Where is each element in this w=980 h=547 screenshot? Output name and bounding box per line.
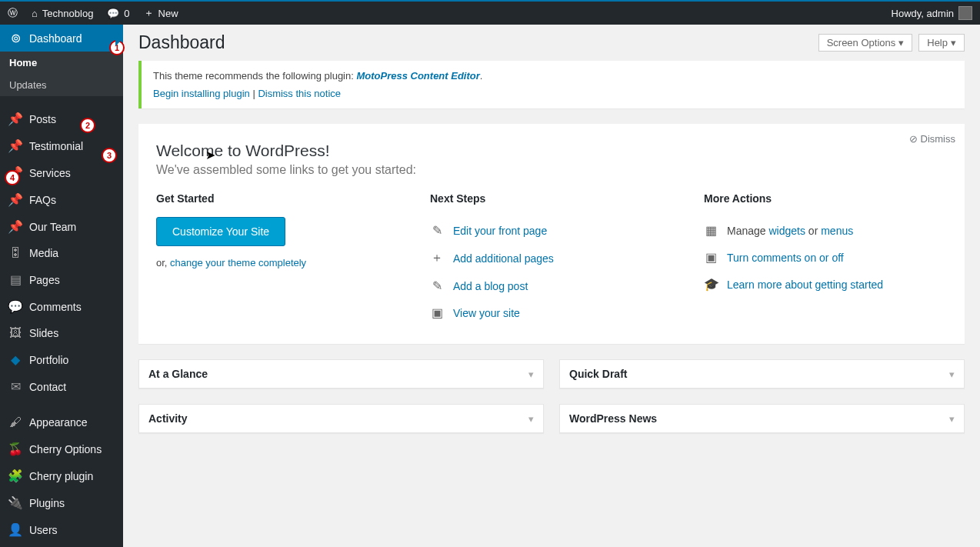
comments-count: 0 (124, 8, 129, 19)
change-theme-link[interactable]: change your theme completely (170, 257, 306, 268)
wp-logo-menu[interactable]: ⓦ (8, 6, 18, 20)
or-text: or (805, 225, 821, 237)
quick-draft-toggle[interactable]: Quick Draft ▾ (560, 360, 964, 388)
sidebar-item-label: Comments (29, 301, 82, 313)
sidebar-sub-home[interactable]: Home (0, 52, 123, 74)
sidebar-item-label: Slides (29, 327, 58, 339)
sidebar-item-cherry-plugin[interactable]: 🧩 Cherry plugin (0, 462, 123, 489)
learn-icon: 🎓 (704, 277, 718, 292)
sidebar-item-label: Our Team (29, 221, 76, 233)
welcome-title: Welcome to WordPress! (156, 142, 947, 160)
view-icon: ▣ (430, 305, 444, 320)
dismiss-notice-link[interactable]: Dismiss this notice (258, 88, 341, 99)
news-toggle[interactable]: WordPress News ▾ (560, 405, 964, 432)
customize-site-button[interactable]: Customize Your Site (156, 217, 285, 246)
sidebar-item-cherry-options[interactable]: 🍒 Cherry Options (0, 435, 123, 462)
chevron-down-icon: ▾ (528, 369, 534, 380)
pin-icon: 📌 (8, 219, 23, 234)
sidebar-sub-updates[interactable]: Updates (0, 74, 123, 96)
sidebar-item-label: Services (29, 167, 71, 179)
sidebar-item-label: Portfolio (29, 354, 68, 366)
sidebar-item-pages[interactable]: ▤ Pages (0, 266, 123, 293)
sidebar-item-plugins[interactable]: 🔌 Plugins (0, 489, 123, 516)
annotation-badge-4: 4 (5, 170, 20, 185)
sidebar-item-appearance[interactable]: 🖌 Appearance (0, 409, 123, 435)
welcome-subtitle: We've assembled some links to get you st… (156, 163, 947, 177)
sidebar-item-media[interactable]: 🎛 Media (0, 240, 123, 266)
site-name-link[interactable]: ⌂ Technoblog (32, 8, 93, 19)
wordpress-logo-icon: ⓦ (8, 6, 18, 20)
mail-icon: ✉ (8, 379, 23, 394)
sidebar-item-posts[interactable]: 📌 Posts 2 (0, 105, 123, 132)
plus-icon: ＋ (430, 250, 444, 266)
sidebar-item-label: Cherry plugin (29, 470, 93, 482)
annotation-badge-1: 1 (109, 40, 125, 55)
sidebar-item-slides[interactable]: 🖼 Slides (0, 320, 123, 346)
widgets-link[interactable]: widgets (768, 225, 805, 237)
view-site-link[interactable]: View your site (453, 307, 520, 319)
add-pages-link[interactable]: Add additional pages (453, 252, 554, 265)
edit-icon: ✎ (430, 279, 444, 293)
edit-front-page-link[interactable]: Edit your front page (453, 225, 547, 237)
cherry-icon: 🍒 (8, 442, 23, 456)
portfolio-icon: ◆ (8, 352, 23, 367)
sidebar-item-label: Pages (29, 274, 60, 286)
get-started-heading: Get Started (156, 192, 399, 205)
plug-icon: 🔌 (8, 495, 23, 510)
or-prefix: or, (156, 257, 170, 268)
quick-draft-box: Quick Draft ▾ (559, 359, 965, 389)
new-label: New (158, 8, 178, 19)
puzzle-icon: 🧩 (8, 469, 23, 483)
comment-off-icon: ▣ (704, 250, 718, 265)
sidebar-item-our-team[interactable]: 📌 Our Team (0, 213, 123, 240)
add-blog-post-link[interactable]: Add a blog post (453, 280, 528, 292)
at-a-glance-box: At a Glance ▾ (138, 359, 544, 389)
sidebar-item-label: Cherry Options (29, 443, 102, 455)
begin-install-link[interactable]: Begin installing plugin (153, 88, 250, 99)
dismiss-label: Dismiss (921, 133, 956, 145)
menus-link[interactable]: menus (821, 225, 853, 237)
sidebar-item-dashboard[interactable]: ⊚ Dashboard 1 (0, 25, 123, 52)
plugin-name-link[interactable]: MotoPress Content Editor (356, 70, 479, 82)
sidebar-item-users[interactable]: 👤 Users (0, 516, 123, 543)
sidebar-item-label: Testimonial (29, 140, 83, 152)
screen-options-label: Screen Options (827, 37, 896, 48)
sidebar-item-services[interactable]: 📌 Services 4 (0, 159, 123, 186)
widgets-icon: ▦ (704, 223, 718, 238)
box-title: Quick Draft (569, 368, 627, 380)
box-title: WordPress News (569, 412, 657, 425)
home-icon: ⌂ (32, 8, 38, 19)
user-icon: 👤 (8, 522, 23, 537)
user-avatar-icon (958, 6, 972, 20)
dashboard-icon: ⊚ (8, 31, 23, 45)
screen-options-button[interactable]: Screen Options ▾ (818, 34, 913, 52)
account-menu[interactable]: Howdy, admin (892, 6, 972, 20)
box-title: Activity (148, 412, 188, 425)
edit-icon: ✎ (430, 223, 444, 238)
slides-icon: 🖼 (8, 326, 23, 340)
sidebar-item-portfolio[interactable]: ◆ Portfolio (0, 346, 123, 373)
annotation-badge-2: 2 (80, 118, 95, 133)
wordpress-news-box: WordPress News ▾ (559, 404, 965, 433)
sidebar-item-comments[interactable]: 💬 Comments (0, 293, 123, 320)
sidebar-item-label: Users (29, 524, 58, 536)
sidebar-item-label: FAQs (29, 194, 56, 206)
sidebar-item-label: Plugins (29, 497, 65, 509)
sidebar-item-testimonial[interactable]: 📌 Testimonial 3 (0, 132, 123, 159)
chevron-down-icon: ▾ (949, 369, 955, 380)
sidebar-item-faqs[interactable]: 📌 FAQs (0, 186, 123, 213)
next-steps-heading: Next Steps (430, 192, 673, 205)
comments-toggle-link[interactable]: Turn comments on or off (727, 252, 844, 264)
activity-toggle[interactable]: Activity ▾ (139, 405, 543, 432)
comments-link[interactable]: 💬 0 (107, 8, 129, 19)
at-a-glance-toggle[interactable]: At a Glance ▾ (139, 360, 543, 388)
notice-text: This theme recommends the following plug… (153, 70, 356, 82)
sidebar-item-label: Dashboard (29, 32, 82, 45)
learn-more-link[interactable]: Learn more about getting started (727, 279, 883, 291)
sidebar-item-contact[interactable]: ✉ Contact (0, 373, 123, 400)
new-content-link[interactable]: ＋ New (144, 6, 178, 20)
help-button[interactable]: Help ▾ (918, 34, 965, 52)
page-title: Dashboard (138, 32, 225, 53)
dismiss-welcome-button[interactable]: ⊘ Dismiss (909, 133, 956, 145)
site-name-label: Technoblog (42, 8, 94, 19)
